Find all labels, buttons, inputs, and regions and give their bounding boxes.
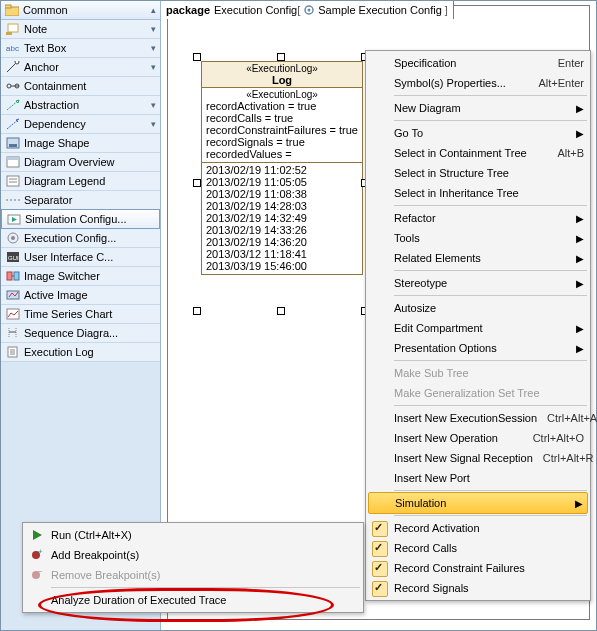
chevron-down-icon: ▾: [151, 24, 156, 34]
selection-handle[interactable]: [277, 307, 285, 315]
menu-item-accel: Ctrl+Alt+R: [543, 452, 594, 464]
selection-handle[interactable]: [193, 307, 201, 315]
menu-item[interactable]: Refactor▶: [368, 208, 588, 228]
menu-item[interactable]: Insert New Port: [368, 468, 588, 488]
selection-handle[interactable]: [193, 53, 201, 61]
menu-item[interactable]: Insert New OperationCtrl+Alt+O: [368, 428, 588, 448]
palette-item[interactable]: abcText Box▾: [1, 39, 160, 58]
palette-item-icon: [5, 136, 21, 150]
menu-item-label: Refactor: [394, 212, 576, 224]
palette-item-label: Diagram Overview: [24, 156, 160, 168]
palette-item[interactable]: Sequence Diagra...: [1, 324, 160, 343]
palette-item[interactable]: Separator: [1, 191, 160, 210]
submenu-arrow-icon: ▶: [576, 278, 584, 289]
palette-item-icon: [5, 98, 21, 112]
execution-log-element[interactable]: «ExecutionLog» Log «ExecutionLog» record…: [201, 61, 363, 275]
menu-item[interactable]: SpecificationEnter: [368, 53, 588, 73]
palette-item-icon: [5, 155, 21, 169]
menu-item[interactable]: Analyze Duration of Executed Trace: [25, 590, 361, 610]
palette-item[interactable]: Image Switcher: [1, 267, 160, 286]
chevron-down-icon: ▾: [151, 119, 156, 129]
submenu-arrow-icon: ▶: [576, 213, 584, 224]
palette-item[interactable]: Active Image: [1, 286, 160, 305]
element-attr-line: recordSignals = true: [206, 136, 358, 148]
palette-item[interactable]: Dependency▾: [1, 115, 160, 134]
palette-item[interactable]: Containment: [1, 77, 160, 96]
element-op-line: 2013/02/19 14:36:20: [206, 236, 358, 248]
svg-rect-1: [5, 5, 11, 8]
svg-point-39: [308, 9, 311, 12]
palette-item-icon: [5, 345, 21, 359]
bp-rem-icon: −: [29, 567, 45, 583]
menu-item[interactable]: Select in Containment TreeAlt+B: [368, 143, 588, 163]
menu-item[interactable]: Presentation Options▶: [368, 338, 588, 358]
menu-item[interactable]: Select in Inheritance Tree: [368, 183, 588, 203]
palette-item-label: Containment: [24, 80, 160, 92]
palette-item[interactable]: Execution Log: [1, 343, 160, 362]
palette-item[interactable]: Diagram Overview: [1, 153, 160, 172]
menu-item[interactable]: Stereotype▶: [368, 273, 588, 293]
element-op-line: 2013/02/19 14:28:03: [206, 200, 358, 212]
menu-item[interactable]: Record Activation: [368, 518, 588, 538]
context-menu: SpecificationEnterSymbol(s) Properties..…: [365, 50, 591, 601]
palette-item-icon: [6, 212, 22, 226]
palette-item-label: Time Series Chart: [24, 308, 160, 320]
menu-item[interactable]: Insert New ExecutionSessionCtrl+Alt+A: [368, 408, 588, 428]
palette-item[interactable]: Diagram Legend: [1, 172, 160, 191]
menu-item[interactable]: Edit Compartment▶: [368, 318, 588, 338]
palette-item-label: Image Switcher: [24, 270, 160, 282]
gear-icon: [303, 4, 315, 16]
palette-header-common[interactable]: Common ▴: [1, 1, 160, 20]
menu-separator: [394, 95, 587, 96]
menu-item[interactable]: Tools▶: [368, 228, 588, 248]
element-ops-compartment: 2013/02/19 11:02:522013/02/19 11:05:0520…: [202, 163, 362, 274]
menu-item[interactable]: Record Calls: [368, 538, 588, 558]
menu-item[interactable]: Go To▶: [368, 123, 588, 143]
menu-item[interactable]: New Diagram▶: [368, 98, 588, 118]
menu-item-label: Related Elements: [394, 252, 576, 264]
menu-item[interactable]: Related Elements▶: [368, 248, 588, 268]
svg-text:+: +: [38, 549, 43, 556]
svg-rect-3: [6, 32, 12, 35]
menu-item-label: Record Constraint Failures: [394, 562, 584, 574]
menu-item[interactable]: +Add Breakpoint(s): [25, 545, 361, 565]
palette-item-label: Text Box: [24, 42, 151, 54]
palette-item[interactable]: Image Shape: [1, 134, 160, 153]
palette-item[interactable]: Execution Config...: [1, 229, 160, 248]
palette-item[interactable]: Note▾: [1, 20, 160, 39]
submenu-arrow-icon: ▶: [576, 323, 584, 334]
palette-item[interactable]: Simulation Configu...: [1, 209, 160, 229]
menu-item[interactable]: Insert New Signal ReceptionCtrl+Alt+R: [368, 448, 588, 468]
palette-item[interactable]: Anchor▾: [1, 58, 160, 77]
svg-text:−: −: [38, 569, 43, 576]
menu-item[interactable]: Record Signals: [368, 578, 588, 598]
menu-item[interactable]: Autosize: [368, 298, 588, 318]
selection-handle[interactable]: [277, 53, 285, 61]
palette-item[interactable]: Time Series Chart: [1, 305, 160, 324]
package-nested-name: Sample Execution Config: [318, 4, 442, 16]
submenu-arrow-icon: ▶: [576, 103, 584, 114]
menu-item[interactable]: Simulation▶: [368, 492, 588, 514]
svg-marker-40: [33, 530, 42, 540]
menu-item[interactable]: Symbol(s) Properties...Alt+Enter: [368, 73, 588, 93]
menu-item[interactable]: Record Constraint Failures: [368, 558, 588, 578]
palette-item[interactable]: Abstraction▾: [1, 96, 160, 115]
svg-text:abc: abc: [6, 44, 19, 53]
menu-item[interactable]: Select in Structure Tree: [368, 163, 588, 183]
palette-item-icon: [5, 326, 21, 340]
menu-item-label: Go To: [394, 127, 576, 139]
menu-item-label: Make Generalization Set Tree: [394, 387, 584, 399]
menu-item-accel: Ctrl+Alt+A: [547, 412, 597, 424]
bp-add-icon: +: [29, 547, 45, 563]
menu-item[interactable]: Run (Ctrl+Alt+X): [25, 525, 361, 545]
submenu-arrow-icon: ▶: [576, 343, 584, 354]
palette-item-label: User Interface C...: [24, 251, 160, 263]
chevron-up-icon: ▴: [151, 5, 156, 15]
palette-item-label: Separator: [24, 194, 160, 206]
menu-item-label: New Diagram: [394, 102, 576, 114]
element-stereotype: «ExecutionLog»: [202, 63, 362, 74]
palette-item[interactable]: GUIUser Interface C...: [1, 248, 160, 267]
selection-handle[interactable]: [193, 179, 201, 187]
element-name: Log: [202, 74, 362, 86]
palette-item-label: Execution Log: [24, 346, 160, 358]
